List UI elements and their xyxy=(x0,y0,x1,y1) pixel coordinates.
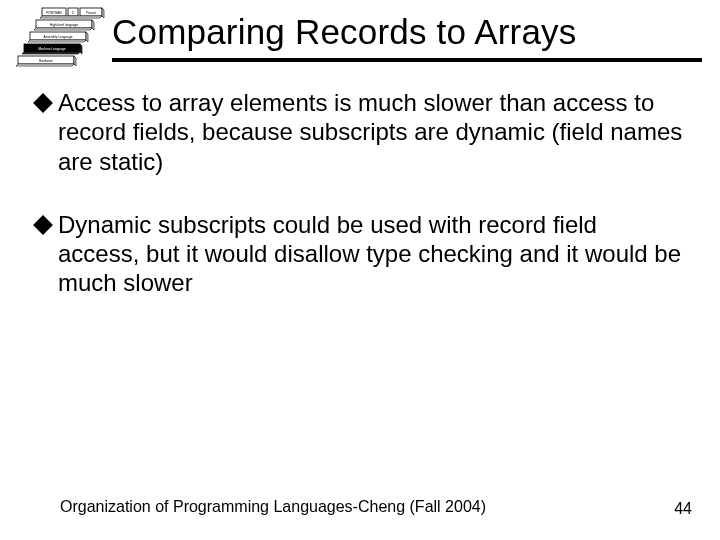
logo-label: Pascal xyxy=(86,11,96,15)
logo-label: FORTRAN xyxy=(46,11,62,15)
logo-label: Assembly Language xyxy=(44,35,73,39)
svg-marker-6 xyxy=(34,28,92,30)
slide-title: Comparing Records to Arrays xyxy=(112,12,700,52)
svg-marker-15 xyxy=(16,64,74,66)
svg-marker-7 xyxy=(92,20,94,30)
diamond-bullet-icon xyxy=(33,215,53,235)
logo-label: High-level language xyxy=(50,23,78,27)
bullet-item: Dynamic subscripts could be used with re… xyxy=(36,210,684,298)
slide: FORTRAN C Pascal High-level language Ass… xyxy=(0,0,720,540)
svg-marker-16 xyxy=(74,56,76,66)
logo-label: Hardware xyxy=(39,59,53,63)
logo-label: Machine Language xyxy=(38,47,65,51)
bullet-item: Access to array elements is much slower … xyxy=(36,88,684,176)
hierarchy-logo: FORTRAN C Pascal High-level language Ass… xyxy=(6,6,106,76)
slide-body: Access to array elements is much slower … xyxy=(36,88,684,332)
svg-marker-13 xyxy=(80,44,82,54)
svg-marker-12 xyxy=(22,52,80,54)
bullet-text: Dynamic subscripts could be used with re… xyxy=(58,210,684,298)
page-number: 44 xyxy=(674,500,692,518)
svg-marker-10 xyxy=(86,32,88,42)
diamond-bullet-icon xyxy=(33,93,53,113)
footer-text: Organization of Programming Languages-Ch… xyxy=(60,498,486,516)
title-underline xyxy=(112,58,702,62)
svg-marker-3 xyxy=(40,16,102,18)
bullet-text: Access to array elements is much slower … xyxy=(58,88,684,176)
svg-marker-9 xyxy=(28,40,86,42)
svg-marker-4 xyxy=(102,8,104,18)
